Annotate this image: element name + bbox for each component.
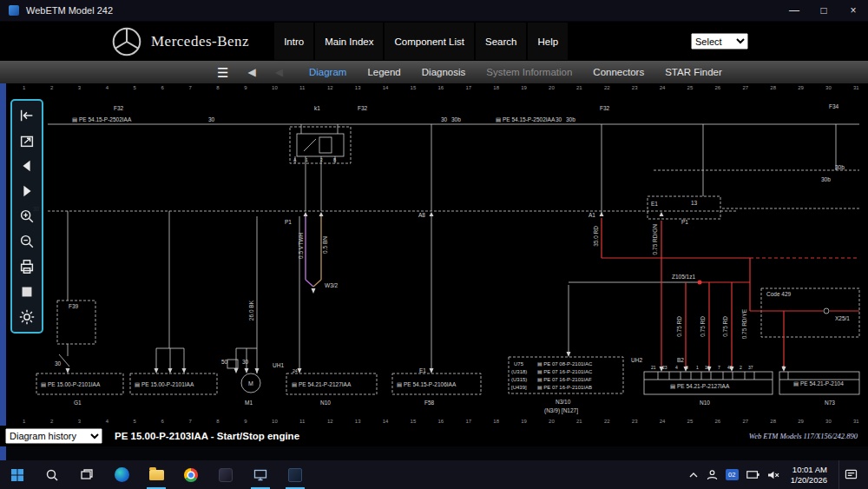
diagram-label: F32 bbox=[358, 106, 367, 112]
tab-connectors[interactable]: Connectors bbox=[582, 67, 654, 77]
diagram-label: 23 bbox=[662, 366, 667, 370]
tab-diagram[interactable]: Diagram bbox=[299, 67, 357, 77]
diagram-label: ▤ PE 07 16-P-2101IAB bbox=[537, 385, 592, 390]
ruler-number: 28 bbox=[770, 419, 776, 424]
taskbar-app-edge[interactable] bbox=[104, 460, 139, 489]
taskbar-time: 10:01 AM bbox=[791, 465, 827, 475]
taskbar-app-monitor[interactable] bbox=[243, 460, 278, 489]
statusbar: Diagram history PE 15.00-P-2103IAA - Sta… bbox=[0, 426, 868, 446]
mercedes-star-icon bbox=[111, 26, 142, 57]
previous-page-icon[interactable] bbox=[15, 154, 39, 178]
contact-icon[interactable] bbox=[707, 469, 718, 480]
diagram-label: A1 bbox=[589, 213, 595, 219]
nav-item-search[interactable]: Search bbox=[476, 23, 526, 60]
diagram-label: 35.0 RD bbox=[594, 226, 600, 247]
window-title: WebETM Model 242 bbox=[26, 5, 113, 16]
diagram-label: 0.75 RD bbox=[723, 316, 729, 337]
diagram-label: ▤ PE 54.21-P-2127IAA bbox=[670, 384, 729, 390]
diagram-label: ▤ PE 54.15-P-2502IAA bbox=[72, 117, 131, 123]
folder-icon bbox=[149, 470, 164, 480]
ruler-number: 3 bbox=[78, 419, 81, 424]
diagram-label: 30 bbox=[55, 361, 61, 367]
fit-to-window-icon[interactable] bbox=[15, 129, 39, 153]
nav-item-help[interactable]: Help bbox=[528, 23, 568, 60]
diagram-label: M bbox=[248, 380, 253, 387]
diagram-label: 30 bbox=[441, 117, 447, 123]
diagram-label: 13 bbox=[691, 201, 697, 207]
zoom-out-icon[interactable] bbox=[15, 229, 39, 254]
diagram-label: 30b bbox=[451, 117, 461, 123]
diagram-label: 30 bbox=[242, 360, 248, 366]
ruler-number: 12 bbox=[327, 419, 333, 424]
tab-star-finder[interactable]: STAR Finder bbox=[654, 67, 733, 77]
ruler-number: 8 bbox=[216, 419, 219, 424]
zoom-in-icon[interactable] bbox=[15, 204, 39, 228]
minimize-button[interactable]: — bbox=[779, 0, 809, 21]
taskbar-app-file-explorer[interactable] bbox=[139, 460, 174, 489]
maximize-button[interactable]: □ bbox=[809, 0, 838, 21]
brightness-icon[interactable] bbox=[15, 305, 39, 329]
wiring-diagram-canvas[interactable]: 1234567891011121314151617181920212223242… bbox=[0, 83, 868, 426]
diagram-label: F58 bbox=[424, 400, 434, 406]
tab-legend[interactable]: Legend bbox=[357, 67, 411, 77]
hidden-icons-chevron-icon[interactable] bbox=[688, 470, 699, 480]
diagram-label: 8 bbox=[686, 366, 688, 370]
diagram-label: P1 bbox=[681, 220, 688, 226]
battery-icon[interactable] bbox=[746, 470, 760, 479]
start-button[interactable] bbox=[0, 460, 35, 489]
nav-item-component-list[interactable]: Component List bbox=[385, 23, 474, 60]
desktop bbox=[0, 446, 868, 460]
toolbar: ☰ ◀ ◀ DiagramLegendDiagnosisSystem Infor… bbox=[0, 61, 868, 83]
diagram-label: N73 bbox=[825, 400, 835, 406]
close-button[interactable]: × bbox=[838, 0, 868, 21]
diagram-label: 1 bbox=[696, 366, 699, 370]
diagram-label: k1 bbox=[314, 106, 320, 112]
diagram-label: ▤ PE 07 16-P-2101IAF bbox=[537, 377, 592, 382]
diagram-label: ▤ PE 07 08-P-2101IAC bbox=[537, 361, 592, 367]
tab-diagnosis[interactable]: Diagnosis bbox=[411, 67, 477, 77]
diagram-label: A bbox=[293, 158, 296, 162]
taskbar-app-dark[interactable] bbox=[208, 460, 243, 489]
menu-icon[interactable]: ☰ bbox=[217, 66, 228, 79]
taskbar-clock[interactable]: 10:01 AM 1/20/2026 bbox=[787, 465, 831, 486]
chrome-icon bbox=[184, 468, 198, 482]
ruler-number: 26 bbox=[715, 419, 721, 424]
diagram-history-select[interactable]: Diagram history bbox=[5, 428, 102, 444]
tab-system-information[interactable]: System Information bbox=[476, 67, 582, 77]
print-icon[interactable] bbox=[15, 254, 39, 279]
first-page-icon[interactable]: ◀ bbox=[247, 66, 255, 78]
diagram-label: G1 bbox=[74, 400, 82, 406]
tray-badge[interactable]: 02 bbox=[726, 469, 739, 480]
back-icon[interactable]: ◀ bbox=[275, 66, 283, 78]
diagram-label: ▤ PE 15.00-P-2101IAA bbox=[135, 382, 194, 388]
nav-item-main-index[interactable]: Main Index bbox=[315, 23, 383, 60]
screen: WebETM Model 242 — □ × Mercedes-Benz Int… bbox=[0, 0, 868, 489]
model-select[interactable]: Select bbox=[691, 33, 748, 50]
taskbar-search-icon[interactable] bbox=[35, 460, 69, 489]
diagram-label: 0.75 RD bbox=[677, 316, 683, 337]
invert-colors-icon[interactable] bbox=[15, 280, 39, 304]
diagram-label: (U315) bbox=[511, 377, 527, 382]
diagram-label: W3/2 bbox=[325, 283, 338, 289]
volume-muted-icon[interactable] bbox=[767, 470, 779, 480]
diagram-label: 30b bbox=[835, 165, 845, 171]
app-header: Mercedes-Benz IntroMain IndexComponent L… bbox=[0, 22, 868, 61]
edge-icon bbox=[115, 467, 129, 482]
taskbar-app-webetm[interactable] bbox=[278, 460, 312, 489]
ruler-number: 23 bbox=[632, 419, 638, 424]
ruler-number: 6 bbox=[161, 419, 164, 424]
diagram-label: 30 bbox=[208, 117, 214, 123]
ruler-number: 13 bbox=[355, 419, 361, 424]
ruler-number: 15 bbox=[411, 419, 417, 424]
task-view-icon[interactable] bbox=[69, 460, 104, 489]
exit-diagram-icon[interactable] bbox=[15, 103, 39, 128]
taskbar-app-chrome[interactable] bbox=[174, 460, 208, 489]
diagram-label: (U318) bbox=[511, 369, 527, 374]
ruler-number: 7 bbox=[188, 419, 191, 424]
diagram-label: ▤ PE 54.21-P-2104 bbox=[793, 381, 844, 387]
action-center-icon[interactable] bbox=[838, 460, 863, 489]
nav-item-intro[interactable]: Intro bbox=[274, 23, 313, 60]
diagram-label: 42 bbox=[727, 366, 733, 370]
next-page-icon[interactable] bbox=[15, 179, 39, 203]
diagram-label: ▤ PE 54.15-P-2502IAA bbox=[496, 117, 555, 123]
